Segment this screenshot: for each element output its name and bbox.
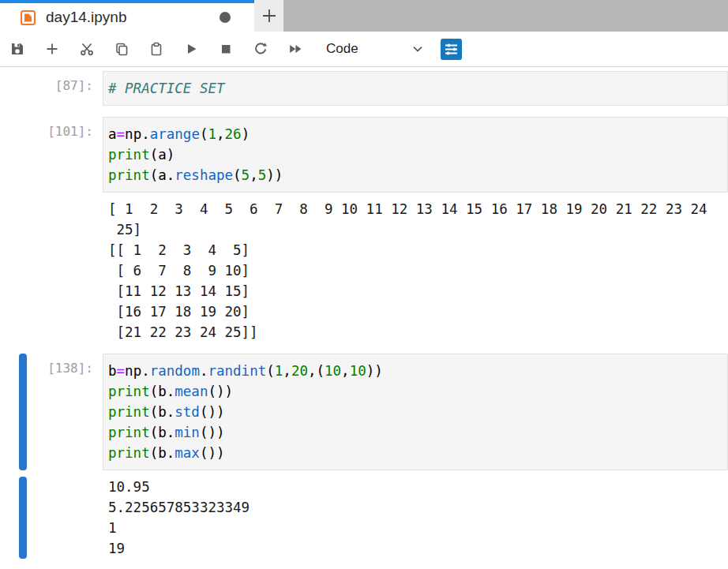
cut-icon [79,41,95,57]
tab-bar: day14.ipynb [0,0,728,32]
new-tab-button[interactable] [254,0,283,32]
restart-kernel-button[interactable] [243,34,278,64]
cell-code-editor[interactable]: # PRACTICE SET [103,71,728,106]
notebook-settings-button[interactable] [441,39,462,60]
tab-day14[interactable]: day14.ipynb [0,0,254,32]
paste-cell-button[interactable] [139,34,174,64]
cell-type-value: Code [326,41,358,57]
execution-count: [87]: [0,71,103,93]
notebook-file-icon [21,10,36,25]
notebook-cell: [101]:a=np.arange(1,26)print(a)print(a.r… [0,117,728,343]
run-all-cells-button[interactable] [278,34,313,64]
insert-cell-button[interactable] [35,34,69,64]
run-icon [183,41,199,57]
run-cell-button[interactable] [174,34,208,64]
cell-gutter: [87]: [0,71,103,106]
sliders-icon [441,39,462,60]
add-cell-icon [44,41,60,57]
copy-cell-button[interactable] [104,34,139,64]
cell-gutter: [138]: [0,354,103,470]
plus-icon [261,7,278,24]
active-cell-indicator[interactable] [19,354,27,470]
unsaved-changes-indicator [220,12,231,23]
tab-bar-filler [283,0,728,32]
cell-code-editor[interactable]: b=np.random.randint(1,20,(10,10))print(b… [103,354,728,470]
save-button[interactable] [0,34,35,64]
restart-kernel-icon [253,41,268,57]
copy-icon [114,41,129,57]
jupyter-notebook-app: day14.ipynb [0,0,728,569]
notebook-toolbar: Code [0,32,728,67]
save-icon [9,41,25,57]
cell-type-dropdown[interactable]: Code [326,41,425,57]
cell-output: [ 1 2 3 4 5 6 7 8 9 10 11 12 13 14 15 16… [103,199,728,343]
output-gutter [0,477,103,559]
cell-code-editor[interactable]: a=np.arange(1,26)print(a)print(a.reshape… [103,117,728,193]
cut-cell-button[interactable] [69,34,104,64]
paste-icon [148,41,164,57]
stop-icon [218,41,234,57]
interrupt-kernel-button[interactable] [208,34,243,64]
cell-gutter: [101]: [0,117,103,193]
run-all-icon [287,41,303,57]
tab-title: day14.ipynb [46,9,220,26]
execution-count: [101]: [0,117,103,139]
output-gutter [0,199,103,343]
chevron-down-icon [411,42,425,56]
execution-count: [138]: [0,354,103,376]
cell-output: 10.95 5.225657853323349 1 19 [103,477,728,559]
notebook-cell-list: [87]:# PRACTICE SET[101]:a=np.arange(1,2… [0,67,728,569]
notebook-cell: [138]:b=np.random.randint(1,20,(10,10))p… [0,354,728,559]
notebook-cell: [87]:# PRACTICE SET [0,71,728,106]
active-cell-output-indicator[interactable] [19,477,27,559]
